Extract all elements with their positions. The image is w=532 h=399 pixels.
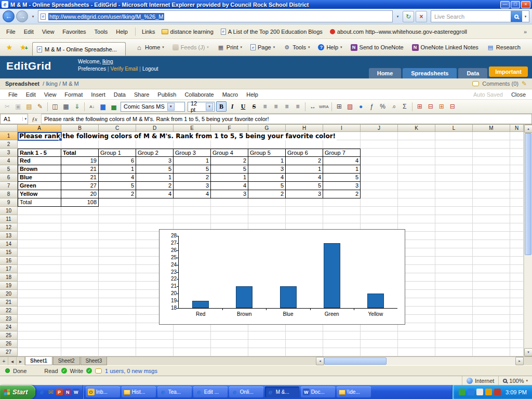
ie-menu-view[interactable]: View	[38, 27, 59, 36]
print-icon[interactable]: ▦	[61, 101, 71, 112]
cell-B4[interactable]: 19	[61, 157, 99, 165]
col-header-D[interactable]: D	[136, 125, 174, 132]
cell-M14[interactable]	[473, 240, 510, 248]
cell-B25[interactable]	[61, 331, 99, 340]
cell-J1[interactable]	[361, 132, 398, 140]
cell-A18[interactable]	[18, 273, 61, 282]
cell-B6[interactable]: 21	[61, 174, 99, 182]
cell-H26[interactable]	[286, 340, 323, 348]
cell-E3[interactable]: Group 3	[174, 149, 211, 157]
cell-I3[interactable]: Group 7	[323, 149, 361, 157]
update-icon[interactable]	[494, 389, 501, 395]
align-right-icon[interactable]: ≡	[282, 101, 292, 112]
cell-M17[interactable]	[473, 265, 510, 273]
cell-A21[interactable]	[18, 298, 61, 307]
sheet-menu-insert[interactable]: Insert	[87, 90, 110, 99]
cell-M21[interactable]	[473, 298, 510, 307]
strikethrough-button[interactable]: S	[249, 101, 259, 112]
cell-B3[interactable]: Total	[61, 149, 99, 157]
cell-N17[interactable]	[510, 265, 524, 273]
taskbar-button[interactable]: Onli...	[229, 387, 263, 397]
merge-cells-icon[interactable]: ↔	[308, 101, 318, 112]
cell-H10[interactable]	[286, 207, 323, 215]
cell-N23[interactable]	[510, 315, 524, 323]
cell-G25[interactable]	[248, 331, 286, 340]
cell-D8[interactable]: 4	[136, 190, 174, 198]
sheet-menu-collaborate[interactable]: Collaborate	[180, 90, 218, 99]
cell-N11[interactable]	[510, 215, 524, 223]
col-header-M[interactable]: M	[473, 125, 510, 132]
cell-D6[interactable]: 1	[136, 174, 174, 182]
cell-A16[interactable]	[18, 257, 61, 265]
sheet-tab-sheet2[interactable]: Sheet2	[53, 357, 80, 365]
cell-A10[interactable]	[18, 207, 61, 215]
row-header-23[interactable]: 23	[0, 315, 18, 323]
cell-A14[interactable]	[18, 240, 61, 248]
col-header-J[interactable]: J	[361, 125, 398, 132]
search-button[interactable]	[511, 11, 522, 22]
start-button[interactable]: Start	[0, 385, 35, 399]
cell-E5[interactable]: 5	[174, 165, 211, 174]
cell-A22[interactable]	[18, 307, 61, 315]
cell-J25[interactable]	[361, 331, 398, 340]
cell-J26[interactable]	[361, 340, 398, 348]
cell-A24[interactable]	[18, 323, 61, 331]
sheet-menu-file[interactable]: File	[4, 90, 22, 99]
comments-link[interactable]: Comments (0)	[482, 81, 518, 87]
row-header-25[interactable]: 25	[0, 331, 18, 340]
row-header-6[interactable]: 6	[0, 174, 18, 182]
cell-M18[interactable]	[473, 273, 510, 282]
cell-E11[interactable]	[174, 215, 211, 223]
cell-H7[interactable]: 5	[286, 182, 323, 190]
cell-H27[interactable]	[286, 348, 323, 356]
col-header-I[interactable]: I	[323, 125, 361, 132]
cell-M10[interactable]	[473, 207, 510, 215]
cell-A5[interactable]: Brown	[18, 165, 61, 174]
cell-L19[interactable]	[435, 282, 473, 290]
italic-button[interactable]: I	[227, 101, 237, 112]
col-header-K[interactable]: K	[398, 125, 435, 132]
cell-M9[interactable]	[473, 198, 510, 207]
cell-E7[interactable]: 3	[174, 182, 211, 190]
cell-N16[interactable]	[510, 257, 524, 265]
cell-K2[interactable]	[398, 140, 435, 149]
cell-M11[interactable]	[473, 215, 510, 223]
cell-N15[interactable]	[510, 248, 524, 257]
cell-L16[interactable]	[435, 257, 473, 265]
bold-button[interactable]: B	[216, 101, 227, 112]
cell-N10[interactable]	[510, 207, 524, 215]
cell-N7[interactable]	[510, 182, 524, 190]
cell-I9[interactable]	[323, 198, 361, 207]
cell-I4[interactable]: 4	[323, 157, 361, 165]
cell-N22[interactable]	[510, 307, 524, 315]
cell-A6[interactable]: Blue	[18, 174, 61, 182]
account-link-preferences[interactable]: Preferences	[78, 66, 106, 72]
cell-K27[interactable]	[398, 348, 435, 356]
row-header-19[interactable]: 19	[0, 282, 18, 290]
row-header-2[interactable]: 2	[0, 140, 18, 149]
cell-C2[interactable]	[99, 140, 136, 149]
cell-H2[interactable]	[286, 140, 323, 149]
cell-J8[interactable]	[361, 190, 398, 198]
favorites-link[interactable]: distance learning	[158, 29, 217, 35]
ie-menu-tools[interactable]: Tools	[90, 27, 112, 36]
cell-M5[interactable]	[473, 165, 510, 174]
mail-icon[interactable]	[47, 389, 55, 396]
home-button[interactable]: Home▾	[132, 41, 168, 54]
sheet-menu-macro[interactable]: Macro	[218, 90, 243, 99]
web-publish-icon[interactable]: ●	[356, 101, 366, 112]
cell-N8[interactable]	[510, 190, 524, 198]
add-favorite-button[interactable]	[18, 41, 30, 54]
cell-H4[interactable]: 2	[286, 157, 323, 165]
sheet-tab-sheet3[interactable]: Sheet3	[81, 357, 108, 365]
cell-B21[interactable]	[61, 298, 99, 307]
cell-I10[interactable]	[323, 207, 361, 215]
taskbar-button[interactable]: \\de...	[337, 387, 371, 397]
cell-D7[interactable]: 2	[136, 182, 174, 190]
cell-M23[interactable]	[473, 315, 510, 323]
cell-F10[interactable]	[211, 207, 248, 215]
cell-B24[interactable]	[61, 323, 99, 331]
cell-L4[interactable]	[435, 157, 473, 165]
underline-button[interactable]: U	[238, 101, 248, 112]
cell-I7[interactable]: 3	[323, 182, 361, 190]
